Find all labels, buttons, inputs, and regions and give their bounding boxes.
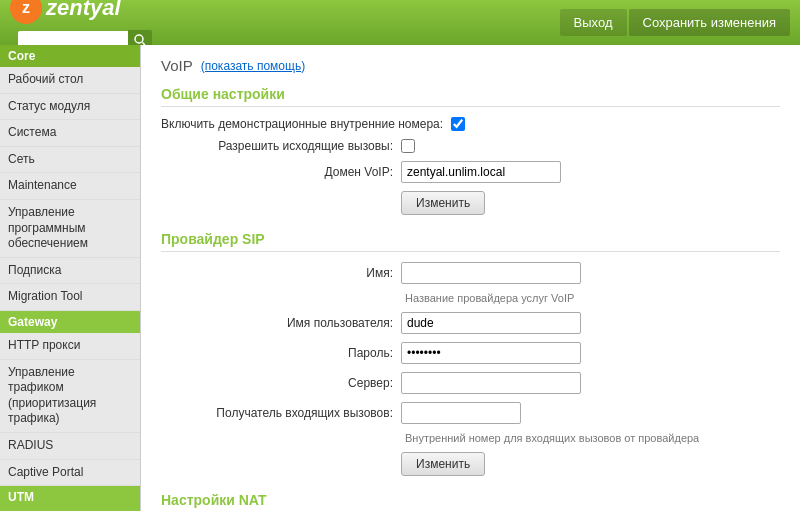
sip-name-input[interactable]: [401, 262, 581, 284]
sip-incoming-row: Получатель входящих вызовов:: [161, 402, 780, 424]
sip-incoming-label: Получатель входящих вызовов:: [161, 406, 401, 420]
sidebar: Core Рабочий стол Статус модуля Система …: [0, 45, 141, 511]
sip-server-input[interactable]: [401, 372, 581, 394]
sip-password-input[interactable]: [401, 342, 581, 364]
sidebar-item-migration[interactable]: Migration Tool: [0, 284, 140, 311]
sip-name-hint-row: Название провайдера услуг VoIP: [161, 292, 780, 304]
nat-settings-title: Настройки NAT: [161, 492, 780, 511]
sidebar-section-gateway: Gateway: [0, 311, 140, 333]
sidebar-item-traffic[interactable]: Управление трафиком (приоритизация трафи…: [0, 360, 140, 433]
sidebar-item-software[interactable]: Управление программным обеспечением: [0, 200, 140, 258]
sip-username-row: Имя пользователя:: [161, 312, 780, 334]
header-actions: Выход Сохранить изменения: [560, 9, 790, 36]
svg-text:z: z: [22, 0, 30, 16]
voip-domain-row: Домен VoIP:: [161, 161, 780, 183]
sip-server-row: Сервер:: [161, 372, 780, 394]
sip-username-input[interactable]: [401, 312, 581, 334]
help-link[interactable]: (показать помощь): [201, 59, 305, 73]
sidebar-section-core: Core: [0, 45, 140, 67]
allow-outgoing-label: Разрешить исходящие вызовы:: [161, 139, 401, 153]
nat-settings-section: Настройки NAT Zentyal за NAT: Нет Да Изм…: [161, 492, 780, 511]
sidebar-item-network[interactable]: Сеть: [0, 147, 140, 174]
general-settings-section: Общие настройки Включить демонстрационны…: [161, 86, 780, 215]
sidebar-section-utm: UTM: [0, 486, 140, 508]
sidebar-item-proxy[interactable]: HTTP прокси: [0, 333, 140, 360]
sidebar-item-system[interactable]: Система: [0, 120, 140, 147]
sip-server-label: Сервер:: [161, 376, 401, 390]
svg-point-2: [135, 35, 143, 43]
enable-demo-label: Включить демонстрационные внутренние ном…: [161, 117, 451, 131]
change-btn-2-row: Изменить: [161, 452, 780, 476]
sip-password-label: Пароль:: [161, 346, 401, 360]
sidebar-item-desktop[interactable]: Рабочий стол: [0, 67, 140, 94]
save-button[interactable]: Сохранить изменения: [629, 9, 791, 36]
sidebar-item-subscription[interactable]: Подписка: [0, 258, 140, 285]
content-area: VoIP (показать помощь) Общие настройки В…: [141, 45, 800, 511]
general-settings-title: Общие настройки: [161, 86, 780, 107]
sip-incoming-hint: Внутренний номер для входящих вызовов от…: [405, 432, 699, 444]
sip-name-label: Имя:: [161, 266, 401, 280]
sip-incoming-input[interactable]: [401, 402, 521, 424]
sip-provider-title: Провайдер SIP: [161, 231, 780, 252]
change-button-1[interactable]: Изменить: [401, 191, 485, 215]
enable-demo-row: Включить демонстрационные внутренние ном…: [161, 117, 780, 131]
page-title-row: VoIP (показать помощь): [161, 57, 780, 74]
voip-domain-input[interactable]: [401, 161, 561, 183]
main-layout: Core Рабочий стол Статус модуля Система …: [0, 45, 800, 511]
change-button-2[interactable]: Изменить: [401, 452, 485, 476]
enable-demo-checkbox[interactable]: [451, 117, 465, 131]
change-btn-1-row: Изменить: [161, 191, 780, 215]
logo: z zentyal: [10, 0, 152, 24]
sip-password-row: Пароль:: [161, 342, 780, 364]
voip-domain-label: Домен VoIP:: [161, 165, 401, 179]
logout-button[interactable]: Выход: [560, 9, 627, 36]
sip-provider-section: Провайдер SIP Имя: Название провайдера у…: [161, 231, 780, 476]
sip-incoming-hint-row: Внутренний номер для входящих вызовов от…: [161, 432, 780, 444]
app-header: z zentyal Выход Сохранить изменения: [0, 0, 800, 45]
allow-outgoing-row: Разрешить исходящие вызовы:: [161, 139, 780, 153]
sip-name-row: Имя:: [161, 262, 780, 284]
sip-name-hint: Название провайдера услуг VoIP: [405, 292, 574, 304]
sidebar-item-status[interactable]: Статус модуля: [0, 94, 140, 121]
logo-text: zentyal: [46, 0, 121, 21]
page-title: VoIP: [161, 57, 193, 74]
logo-icon: z: [10, 0, 42, 24]
sidebar-item-radius[interactable]: RADIUS: [0, 433, 140, 460]
allow-outgoing-checkbox[interactable]: [401, 139, 415, 153]
sip-username-label: Имя пользователя:: [161, 316, 401, 330]
sidebar-item-captive[interactable]: Captive Portal: [0, 460, 140, 487]
sidebar-item-maintenance[interactable]: Maintenance: [0, 173, 140, 200]
